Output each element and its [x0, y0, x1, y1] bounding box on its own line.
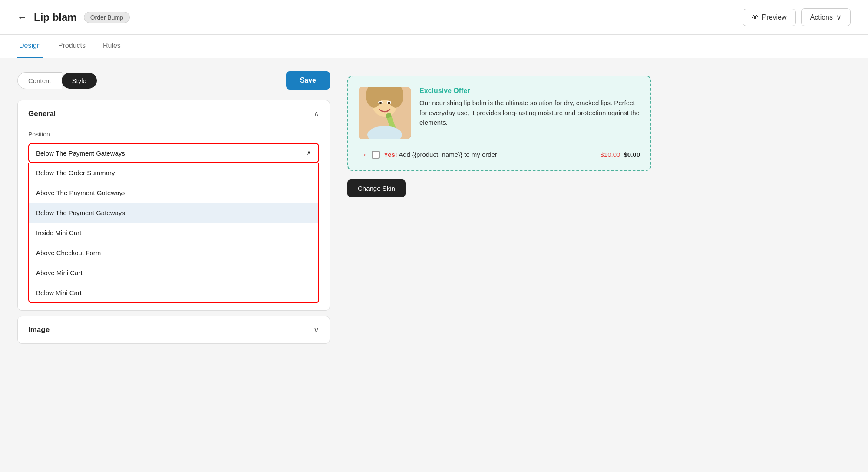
actions-chevron-icon: ∨	[836, 13, 842, 21]
content-area: Content Style Save General ∧ Position Be…	[0, 58, 868, 469]
general-section-header[interactable]: General ∧	[18, 100, 330, 127]
tab-design[interactable]: Design	[17, 35, 43, 58]
actions-label: Actions	[810, 13, 833, 21]
exclusive-offer-label: Exclusive Offer	[419, 87, 640, 95]
tab-products[interactable]: Products	[56, 35, 87, 58]
svg-point-8	[388, 102, 390, 104]
header-right: 👁 Preview Actions ∨	[743, 8, 851, 26]
eye-icon: 👁	[752, 13, 759, 21]
position-label: Position	[18, 127, 330, 140]
image-section: Image ∨	[17, 316, 330, 344]
selected-position-value: Below The Payment Gateways	[36, 150, 125, 157]
image-section-title: Image	[28, 326, 50, 334]
original-price: $10.00	[601, 151, 620, 158]
content-toggle-button[interactable]: Content	[17, 72, 62, 89]
add-order-checkbox[interactable]	[372, 151, 380, 159]
dropdown-item-above-mini-cart[interactable]: Above Mini Cart	[29, 263, 318, 283]
dropdown-item-below-order-summary[interactable]: Below The Order Summary	[29, 163, 318, 183]
preview-card-inner: Exclusive Offer Our nourishing lip balm …	[359, 87, 640, 139]
header-left: ← Lip blam Order Bump	[17, 11, 130, 23]
tabs-bar: Design Products Rules	[0, 35, 868, 58]
position-dropdown-trigger[interactable]: Below The Payment Gateways ∧	[28, 143, 319, 163]
preview-text-block: Exclusive Offer Our nourishing lip balm …	[419, 87, 640, 128]
add-order-text: Yes! Add {{product_name}} to my order	[384, 151, 497, 158]
order-bump-badge: Order Bump	[84, 12, 130, 23]
left-panel: Content Style Save General ∧ Position Be…	[17, 71, 330, 456]
preview-label: Preview	[762, 13, 787, 21]
dropdown-item-above-payment-gateways[interactable]: Above The Payment Gateways	[29, 183, 318, 203]
dropdown-chevron-up-icon: ∧	[307, 149, 311, 157]
dropdown-item-below-payment-gateways[interactable]: Below The Payment Gateways	[29, 203, 318, 223]
tab-rules[interactable]: Rules	[101, 35, 122, 58]
right-panel: Exclusive Offer Our nourishing lip balm …	[347, 71, 851, 456]
position-dropdown-menu: Below The Order Summary Above The Paymen…	[28, 163, 319, 303]
image-section-header[interactable]: Image ∨	[18, 316, 330, 343]
yes-label: Yes!	[384, 151, 397, 158]
price-area: $10.00 $0.00	[601, 151, 640, 158]
top-row: Content Style Save	[17, 71, 330, 90]
dropdown-item-below-mini-cart[interactable]: Below Mini Cart	[29, 283, 318, 302]
general-section-title: General	[28, 110, 56, 118]
image-chevron-down-icon: ∨	[314, 325, 319, 335]
general-section: General ∧ Position Below The Payment Gat…	[17, 100, 330, 311]
add-order-row: → Yes! Add {{product_name}} to my order …	[359, 148, 640, 160]
dropdown-item-above-checkout-form[interactable]: Above Checkout Form	[29, 243, 318, 263]
change-skin-button[interactable]: Change Skin	[347, 179, 406, 197]
actions-button[interactable]: Actions ∨	[801, 8, 851, 26]
preview-button[interactable]: 👁 Preview	[743, 9, 796, 26]
arrow-right-icon: →	[359, 150, 367, 160]
content-style-toggle: Content Style	[17, 72, 97, 89]
general-chevron-up-icon: ∧	[314, 109, 319, 119]
product-preview-image	[359, 87, 411, 139]
preview-card: Exclusive Offer Our nourishing lip balm …	[347, 76, 651, 171]
current-price: $0.00	[624, 151, 640, 158]
svg-point-7	[379, 102, 382, 104]
back-arrow-icon[interactable]: ←	[17, 12, 27, 23]
header: ← Lip blam Order Bump 👁 Preview Actions …	[0, 0, 868, 35]
offer-description: Our nourishing lip balm is the ultimate …	[419, 98, 640, 128]
dropdown-scroll-wrapper[interactable]: Below The Order Summary Above The Paymen…	[29, 163, 318, 302]
page-title: Lip blam	[34, 11, 77, 23]
style-toggle-button[interactable]: Style	[62, 73, 97, 89]
dropdown-item-inside-mini-cart[interactable]: Inside Mini Cart	[29, 223, 318, 243]
save-button[interactable]: Save	[286, 71, 330, 90]
